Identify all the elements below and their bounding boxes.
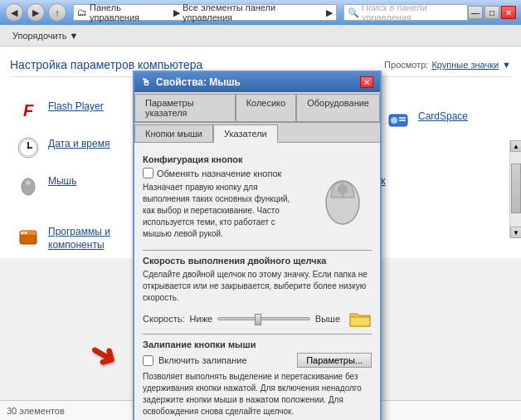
divider2 — [143, 334, 372, 335]
datetime-label: Дата и время — [48, 134, 110, 151]
toolbar: Упорядочить ▼ — [0, 25, 521, 46]
page-title: Настройка параметров компьютера — [10, 58, 202, 71]
scrollbar-down-button[interactable]: ▼ — [510, 227, 521, 238]
title-bar: ◀ ▶ ↑ 🗂 Панель управления ▶ Все элементы… — [0, 0, 521, 25]
speed-min-label: Ниже — [190, 314, 213, 324]
speed-low-label: Скорость: — [143, 314, 185, 324]
dialog-title-bar: 🖱 Свойства: Мышь ✕ — [134, 72, 380, 92]
back-button[interactable]: ◀ — [5, 3, 23, 22]
svg-point-24 — [22, 232, 24, 234]
title-bar-left: ◀ ▶ ↑ 🗂 Панель управления ▶ Все элементы… — [5, 3, 468, 22]
dialog-tabs: Параметры указателя Колесико Оборудовани… — [134, 92, 380, 123]
tab-mouse-buttons[interactable]: Кнопки мыши — [134, 125, 213, 142]
address-part1: Панель управления — [90, 2, 171, 22]
view-value-link[interactable]: Крупные значки — [431, 60, 499, 70]
tab-wheel[interactable]: Колесико — [236, 94, 297, 121]
button-config-title: Конфигурация кнопок — [143, 154, 372, 164]
search-placeholder: Поиск в панели управления — [362, 2, 464, 22]
view-label: Просмотр: — [384, 60, 428, 70]
tab-hardware[interactable]: Оборудование — [296, 94, 380, 121]
swap-buttons-row: Обменять назначение кнопок — [143, 168, 300, 178]
address-arrow2: ▶ — [326, 7, 333, 18]
status-text: 30 элементов — [7, 406, 65, 416]
mouse-properties-dialog: 🖱 Свойства: Мышь ✕ Параметры указателя К… — [133, 71, 382, 420]
svg-point-7 — [27, 147, 30, 149]
lock-desc: Позволяет выполнять выделение и перетаск… — [143, 371, 372, 418]
dialog-title-text: 🖱 Свойства: Мышь — [141, 76, 241, 88]
tab-pointers[interactable]: Указатели — [213, 125, 278, 144]
mouse-image-area — [314, 168, 372, 226]
svg-point-13 — [26, 181, 31, 184]
dialog-title-label: Свойства: Мышь — [156, 76, 241, 88]
divider1 — [143, 250, 372, 251]
button-config-area: Обменять назначение кнопок Назначает пра… — [143, 168, 372, 245]
speed-slider-track — [217, 317, 310, 320]
maximize-button[interactable]: □ — [484, 6, 499, 19]
lock-params-button[interactable]: Параметры... — [297, 353, 372, 368]
cp-item-mouse[interactable]: Мышь — [10, 168, 134, 217]
dialog-tabs-row2: Кнопки мыши Указатели — [134, 123, 380, 143]
svg-rect-33 — [338, 187, 347, 192]
folder-icon-area — [348, 309, 372, 329]
dialog-content: Конфигурация кнопок Обменять назначение … — [134, 143, 380, 420]
speed-slider-thumb[interactable] — [255, 314, 261, 325]
programs-icon — [15, 222, 41, 249]
svg-point-27 — [391, 117, 397, 124]
up-button[interactable]: ↑ — [48, 3, 66, 22]
organize-menu[interactable]: Упорядочить ▼ — [7, 28, 84, 43]
mouse-icon — [15, 172, 41, 198]
dialog-title-icon: 🖱 — [141, 76, 151, 88]
swap-buttons-label: Обменять назначение кнопок — [157, 168, 281, 178]
view-control: Просмотр: Крупные значки ▼ — [384, 60, 511, 70]
button-config-left: Обменять назначение кнопок Назначает пра… — [143, 168, 300, 245]
view-arrow-icon[interactable]: ▼ — [502, 60, 511, 70]
tab-pointer-params[interactable]: Параметры указателя — [134, 94, 236, 121]
scrollbar-thumb[interactable] — [511, 164, 521, 213]
scrollbar[interactable]: ▲ ▼ — [509, 140, 521, 238]
svg-point-25 — [25, 232, 27, 234]
lock-checkbox-label: Включить залипание — [158, 355, 247, 365]
flash-player-label: Flash Player — [48, 97, 104, 114]
flash-player-icon: F — [15, 97, 41, 124]
forward-button[interactable]: ▶ — [27, 3, 45, 22]
scrollbar-up-button[interactable]: ▲ — [510, 140, 521, 152]
lock-checkbox[interactable] — [143, 355, 153, 366]
lock-title: Залипание кнопки мыши — [143, 339, 372, 349]
right-column-items: CardSpace — [380, 104, 504, 137]
cp-item-programs[interactable]: Программы и компоненты — [10, 219, 143, 255]
mouse-label: Мышь — [48, 172, 77, 188]
search-icon: 🔍 — [348, 7, 359, 18]
cardspace-label: CardSpace — [418, 107, 468, 124]
window-controls: — □ ✕ — [468, 6, 516, 19]
address-part2: Все элементы панели управления — [183, 2, 324, 22]
address-bar[interactable]: 🗂 Панель управления ▶ Все элементы панел… — [73, 4, 337, 21]
speed-max-label: Выше — [315, 314, 340, 324]
double-click-desc: Сделайте двойной щелчок по этому значку.… — [143, 269, 372, 304]
double-click-title: Скорость выполнения двойного щелчка — [143, 256, 372, 266]
dialog-close-button[interactable]: ✕ — [360, 76, 373, 88]
cp-item-cardspace-right[interactable]: CardSpace — [380, 104, 504, 137]
speed-slider[interactable] — [217, 313, 310, 325]
mouse-image — [318, 168, 368, 226]
search-bar[interactable]: 🔍 Поиск в панели управления — [343, 4, 468, 21]
cp-item-flash-player[interactable]: F Flash Player — [10, 94, 134, 129]
address-icon: 🗂 — [77, 7, 87, 18]
speed-row: Скорость: Ниже Выше — [143, 309, 372, 329]
close-button[interactable]: ✕ — [501, 6, 516, 19]
address-arrow1: ▶ — [173, 7, 180, 18]
swap-buttons-checkbox[interactable] — [143, 168, 153, 178]
cardspace-icon — [385, 107, 411, 134]
programs-label: Программы и компоненты — [48, 222, 138, 252]
mouse-arrow-indicator: ➜ — [82, 331, 125, 378]
cp-item-datetime[interactable]: Дата и время — [10, 131, 134, 167]
lock-row: Включить залипание Параметры... — [143, 353, 372, 368]
datetime-icon — [15, 134, 41, 161]
minimize-button[interactable]: — — [468, 6, 483, 19]
button-config-desc: Назначает правую кнопку для выполнения т… — [143, 182, 300, 240]
